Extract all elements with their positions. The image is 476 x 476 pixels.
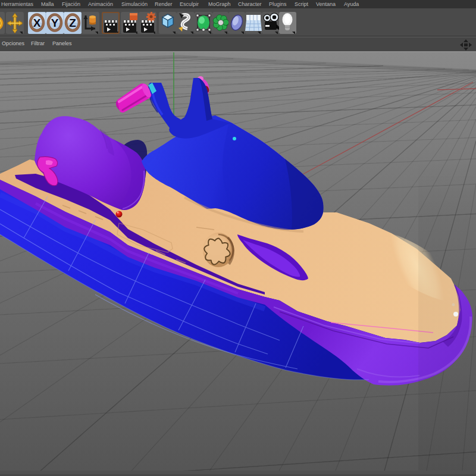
svg-text:Y: Y [51,17,59,29]
svg-text:X: X [33,17,41,29]
svg-text:Z: Z [69,17,76,29]
